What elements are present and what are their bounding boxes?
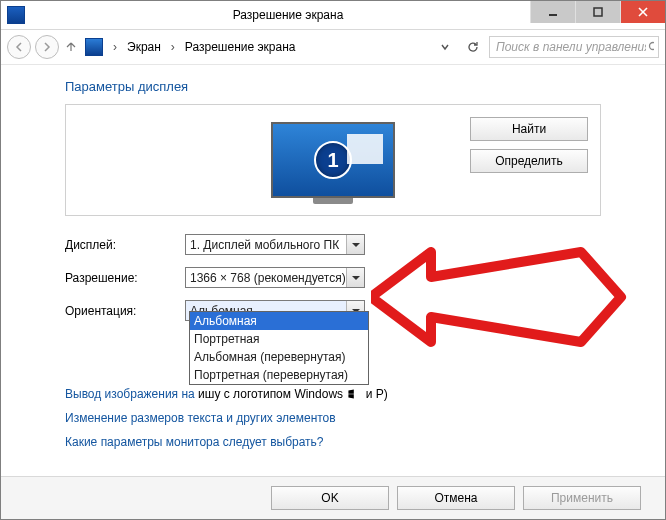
maximize-button[interactable] [575,1,620,23]
apply-button[interactable]: Применить [523,486,641,510]
display-select[interactable]: 1. Дисплей мобильного ПК [185,234,365,255]
monitor-thumbnail[interactable]: 1 [271,122,395,198]
chevron-down-icon [346,235,364,254]
breadcrumb-history-button[interactable] [433,35,457,59]
orientation-option-portrait[interactable]: Портретная [190,330,368,348]
svg-point-4 [650,43,655,50]
breadcrumb-separator-icon: › [167,40,179,54]
orientation-label: Ориентация: [65,304,185,318]
minimize-icon [548,7,558,17]
page-heading: Параметры дисплея [65,79,635,94]
project-link-line: Вывод изображения на ишу с логотипом Win… [65,387,635,401]
window-controls [530,1,665,23]
window-title: Разрешение экрана [31,8,545,22]
monitor-grid-decoration [347,134,383,164]
arrow-up-icon [65,40,77,52]
minimize-button[interactable] [530,1,575,23]
display-label: Дисплей: [65,238,185,252]
orientation-option-portrait-flipped[interactable]: Портретная (перевернутая) [190,366,368,384]
windows-logo-icon [348,388,360,400]
search-input[interactable] [494,39,648,55]
svg-rect-1 [594,8,602,16]
control-panel-icon [85,38,103,56]
identify-button[interactable]: Определить [470,149,588,173]
orientation-option-landscape-flipped[interactable]: Альбомная (перевернутая) [190,348,368,366]
chevron-down-icon [346,268,364,287]
nav-up-button[interactable] [63,40,79,55]
search-box[interactable] [489,36,659,58]
breadcrumb-current[interactable]: Разрешение экрана [183,36,298,58]
resolution-select-value: 1366 × 768 (рекомендуется) [190,271,346,285]
refresh-icon [467,41,479,53]
nav-bar: › Экран › Разрешение экрана [1,30,665,65]
breadcrumb-screen[interactable]: Экран [125,36,163,58]
arrow-right-icon [42,42,52,52]
maximize-icon [593,7,603,17]
resolution-select[interactable]: 1366 × 768 (рекомендуется) [185,267,365,288]
chevron-down-icon [441,43,449,51]
detect-button[interactable]: Найти [470,117,588,141]
help-links: Вывод изображения на ишу с логотипом Win… [65,387,635,449]
ok-button[interactable]: OK [271,486,389,510]
content-area: Параметры дисплея 1 Найти Определить Дис… [1,65,665,449]
close-button[interactable] [620,1,665,23]
orientation-option-landscape[interactable]: Альбомная [190,312,368,330]
breadcrumb-separator-icon: › [109,40,121,54]
settings-form: Дисплей: 1. Дисплей мобильного ПК Разреш… [65,234,635,321]
cancel-button[interactable]: Отмена [397,486,515,510]
resolution-label: Разрешение: [65,271,185,285]
display-preview: 1 Найти Определить [65,104,601,216]
arrow-left-icon [14,42,24,52]
orientation-dropdown[interactable]: Альбомная Портретная Альбомная (переверн… [189,311,369,385]
search-icon [648,41,654,53]
nav-back-button[interactable] [7,35,31,59]
display-select-value: 1. Дисплей мобильного ПК [190,238,339,252]
project-hint-text: ишу с логотипом Windows и P) [198,387,388,401]
window: Разрешение экрана › Экран › Разрешение [0,0,666,520]
project-link[interactable]: Вывод изображения на [65,387,195,401]
dialog-footer: OK Отмена Применить [1,476,665,519]
app-icon [7,6,25,24]
title-bar: Разрешение экрана [1,1,665,30]
which-settings-link[interactable]: Какие параметры монитора следует выбрать… [65,435,635,449]
nav-forward-button[interactable] [35,35,59,59]
close-icon [638,7,648,17]
refresh-button[interactable] [461,35,485,59]
text-size-link[interactable]: Изменение размеров текста и других элеме… [65,411,635,425]
